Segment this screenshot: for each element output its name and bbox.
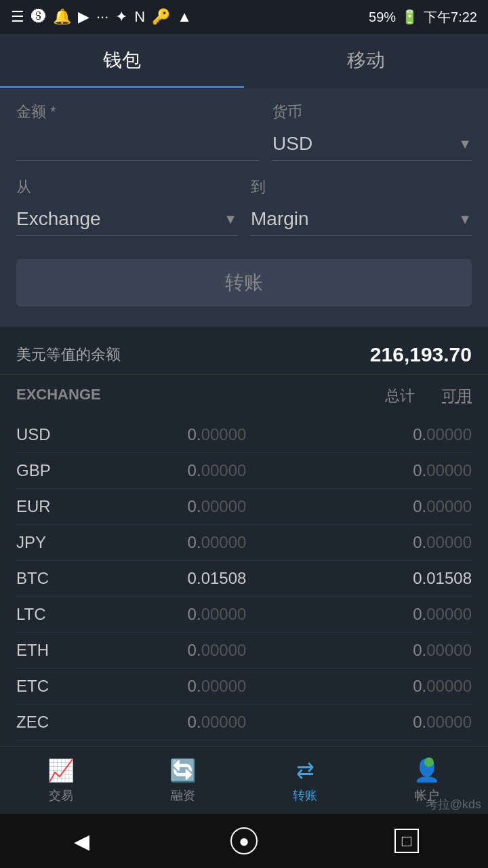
nav-trade[interactable]: 📈 交易 [0,747,122,814]
currency-name: USD [16,425,98,444]
currency-available: 0.00000 [336,677,472,696]
back-button[interactable]: ◀ [61,821,102,861]
from-arrow: ▼ [224,212,237,227]
recents-button[interactable]: □ [386,821,427,861]
amount-field: 金额 * [16,102,259,161]
tab-bar: 钱包 移动 [0,34,488,88]
currency-field: 货币 USD ▼ [272,102,472,161]
transfer-icon: ⇄ [296,757,314,783]
dots-icon: ··· [96,8,108,26]
currency-available: 0.00000 [336,641,472,660]
signal-icon: ▲ [177,8,192,26]
watermark: 考拉@kds [426,796,481,812]
trade-icon: 📈 [47,757,75,783]
to-label: 到 [251,177,472,197]
send-icon: ▶ [78,8,89,26]
currency-total: 0.00000 [149,497,285,516]
menu-icon: ☰ [11,8,24,26]
currency-total: 0.00000 [149,641,285,660]
to-select[interactable]: Margin ▼ [251,203,472,236]
table-row: ETC0.000000.00000 [16,669,472,705]
tab-wallet[interactable]: 钱包 [0,34,244,88]
status-bar: ☰ 🅢 🔔 ▶ ··· ✦ N 🔑 ▲ 59% 🔋 下午7:22 [0,0,488,34]
status-left: ☰ 🅢 🔔 ▶ ··· ✦ N 🔑 ▲ [11,8,192,26]
time-text: 下午7:22 [424,8,477,26]
currency-name: ETC [16,677,98,696]
to-field: 到 Margin ▼ [251,177,472,236]
currency-total: 0.00000 [149,713,285,732]
back-icon: ◀ [74,829,89,853]
currency-available: 0.00000 [336,497,472,516]
balance-value: 216,193.70 [370,343,472,366]
form-section: 金额 * 货币 USD ▼ 从 Exchange ▼ 到 Margin ▼ [0,88,488,327]
nfc-icon: N [134,8,145,26]
currency-name: ETH [16,641,98,660]
table-row: USD0.000000.00000 [16,417,472,453]
table-row: EUR0.000000.00000 [16,489,472,525]
status-right: 59% 🔋 下午7:22 [369,8,477,26]
currency-value: USD [272,133,312,155]
currency-label: 货币 [272,102,472,122]
trade-label: 交易 [49,787,73,804]
to-arrow: ▼ [458,212,472,227]
key-icon: 🔑 [152,8,170,26]
currency-name: JPY [16,533,98,552]
battery-text: 59% [369,9,396,25]
form-row-1: 金额 * 货币 USD ▼ [16,102,472,161]
table-row: JPY0.000000.00000 [16,525,472,561]
system-nav: ◀ ● □ [0,814,488,868]
to-value: Margin [251,208,309,230]
from-value: Exchange [16,208,101,230]
recents-icon: □ [394,829,419,853]
bottom-nav: 📈 交易 🔄 融资 ⇄ 转账 👤 帐户 [0,746,488,814]
currency-name: ZEC [16,713,98,732]
app-icon: 🅢 [31,8,46,26]
currency-total: 0.01508 [149,569,285,588]
currency-total: 0.00000 [149,605,285,624]
currency-name: LTC [16,605,98,624]
balance-label: 美元等值的余额 [16,344,121,365]
currency-name: BTC [16,569,98,588]
finance-label: 融资 [171,787,195,804]
tab-move[interactable]: 移动 [244,34,488,88]
finance-icon: 🔄 [169,757,197,783]
transfer-button[interactable]: 转账 [16,259,472,307]
currency-available: 0.00000 [336,461,472,480]
currency-select[interactable]: USD ▼ [272,127,472,161]
exchange-title: EXCHANGE [16,386,101,406]
currency-available: 0.00000 [336,713,472,732]
table-row: BTC0.015080.01508 [16,561,472,597]
battery-icon: 🔋 [401,9,418,25]
balance-section: 美元等值的余额 216,193.70 [0,327,488,375]
from-select[interactable]: Exchange ▼ [16,203,237,236]
bluetooth-icon: ✦ [115,8,127,26]
table-row: ETH0.000000.00000 [16,633,472,669]
amount-input[interactable] [16,127,259,161]
currency-total: 0.00000 [149,425,285,444]
currency-total: 0.00000 [149,533,285,552]
col-available: 可用 [442,386,472,406]
exchange-header: EXCHANGE 总计 可用 [16,386,472,406]
table-row: GBP0.000000.00000 [16,453,472,489]
from-label: 从 [16,177,237,197]
currency-name: GBP [16,461,98,480]
amount-label: 金额 * [16,102,259,122]
balance-row: 美元等值的余额 216,193.70 [16,343,472,366]
home-button[interactable]: ● [224,821,264,861]
col-headers: 总计 可用 [385,386,472,406]
nav-finance[interactable]: 🔄 融资 [122,747,244,814]
currency-name: EUR [16,497,98,516]
home-icon: ● [230,827,258,854]
from-field: 从 Exchange ▼ [16,177,237,236]
currency-available: 0.00000 [336,425,472,444]
table-row: ZEC0.000000.00000 [16,705,472,741]
col-total: 总计 [385,386,415,406]
nav-transfer[interactable]: ⇄ 转账 [244,747,366,814]
currency-available: 0.00000 [336,605,472,624]
currency-available: 0.00000 [336,533,472,552]
form-row-2: 从 Exchange ▼ 到 Margin ▼ [16,177,472,236]
account-dot [424,757,434,767]
currency-total: 0.00000 [149,677,285,696]
table-row: LTC0.000000.00000 [16,597,472,633]
transfer-label: 转账 [293,787,317,804]
